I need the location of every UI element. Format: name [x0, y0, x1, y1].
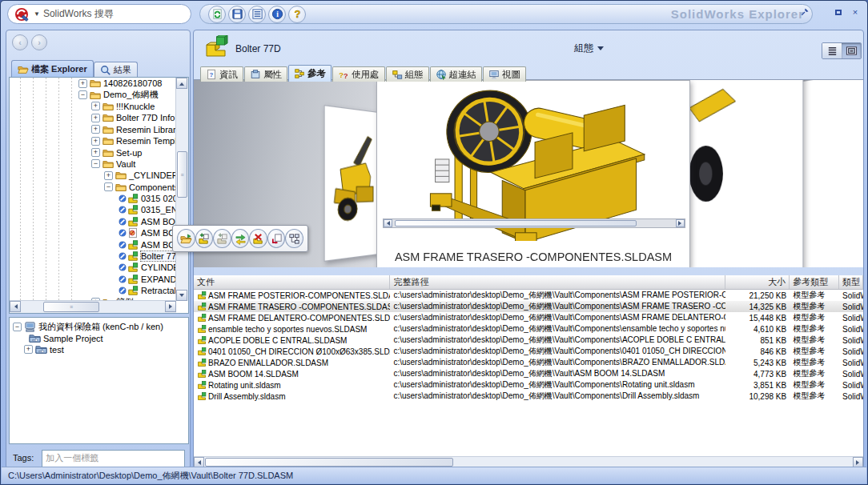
carousel-view-button[interactable]	[842, 43, 861, 58]
tree-item[interactable]: +!!!Knuckle	[10, 101, 176, 112]
column-header-3[interactable]: 參考類型	[790, 275, 839, 289]
preview-machine-center	[389, 81, 677, 241]
tree-expander-icon[interactable]: +	[91, 114, 100, 122]
tree-item[interactable]: +_CYLINDER GU	[10, 170, 176, 181]
table-row[interactable]: ASM FRAME POSTERIOR-COMPONENTES.SLDASMc:…	[194, 290, 863, 301]
tree-item[interactable]: Retractable E	[10, 285, 176, 296]
tab-2[interactable]: 參考	[288, 65, 332, 82]
tree-item[interactable]: ASM BO	[10, 227, 176, 238]
tree-expander-icon[interactable]: +	[91, 102, 100, 110]
add-doc-disabled-button[interactable]	[213, 229, 231, 248]
tab-1[interactable]: 屬性	[244, 66, 287, 82]
carousel-card-right-1[interactable]	[689, 79, 803, 267]
tree-item-label: 140826180708	[103, 78, 162, 88]
table-row[interactable]: Drill Assembly.sldasmc:\users\administra…	[194, 391, 863, 402]
table-row[interactable]: ensamble techo y soportes nuevos.SLDASMc…	[194, 323, 863, 335]
tree-item[interactable]: Bolter 77D	[10, 251, 176, 262]
tree-item[interactable]: +Bolter 77D Info	[10, 112, 176, 123]
tab-6[interactable]: 視圖	[483, 66, 526, 82]
tree-item[interactable]: +Resemin Library	[10, 124, 176, 135]
tree-item[interactable]: −Demo_佈網機	[10, 89, 176, 100]
table-row[interactable]: ACOPLE DOBLE C ENTRAL.SLDASMc:\users\adm…	[194, 335, 863, 346]
column-header-1[interactable]: 完整路徑	[390, 275, 725, 289]
move-button[interactable]	[267, 229, 286, 248]
column-header-4[interactable]: 類型	[839, 275, 863, 289]
delete-button[interactable]	[249, 229, 267, 248]
table-row[interactable]: ASM FRAME DELANTERO-COMPONENTES.SLDASMc:…	[194, 312, 863, 323]
tree-vertical-scrollbar[interactable]: ≡	[175, 78, 188, 301]
list-view-button[interactable]	[822, 43, 842, 58]
tree-expander-icon[interactable]: −	[13, 323, 22, 331]
tree-expander-icon[interactable]: +	[91, 125, 100, 134]
configuration-dropdown[interactable]: 組態	[574, 42, 604, 55]
table-row[interactable]: 0401 01050_CH DIRECCION Ø100xØ63x385.SLD…	[194, 346, 863, 357]
restore-button[interactable]	[833, 7, 844, 17]
table-row[interactable]: ASM BOOM 14.SLDASMc:\users\administrator…	[194, 368, 863, 379]
sidebar-tab-0[interactable]: 檔案 Explorer	[11, 60, 94, 78]
back-button[interactable]: ‹	[12, 34, 28, 50]
sidebar-tab-1[interactable]: 結果	[94, 62, 138, 78]
file-size: 21,250 KB	[725, 291, 790, 300]
pin-button[interactable]	[799, 7, 810, 17]
replace-button[interactable]	[231, 229, 250, 248]
tree-horizontal-scrollbar[interactable]: ≡	[10, 300, 176, 313]
references-button[interactable]	[285, 229, 303, 248]
close-button[interactable]: ×	[850, 7, 861, 17]
assembly-icon	[127, 193, 139, 204]
vault-root-item[interactable]: −我的資料保險箱 (kenC-nb / ken)	[10, 321, 188, 332]
search-placeholder-text[interactable]: SolidWorks 搜尋	[43, 7, 114, 21]
tree-expander-icon[interactable]: −	[78, 90, 87, 99]
table-row[interactable]: BRAZO ENMALLADOR.SLDASMc:\users\administ…	[194, 357, 863, 368]
tree-expander-icon[interactable]: −	[104, 182, 113, 191]
tree-expander-icon[interactable]: −	[91, 159, 100, 168]
tree-item[interactable]: 0315_ENSAM	[10, 204, 176, 215]
help-button[interactable]: ?	[288, 6, 306, 23]
tree-item[interactable]: −Vault	[10, 158, 176, 170]
tab-4[interactable]: 組態	[386, 66, 429, 82]
forward-button[interactable]: ›	[31, 34, 47, 50]
tab-used-icon: ??	[338, 69, 349, 80]
tree-item[interactable]: CYLINDER G	[10, 262, 176, 273]
tree-item[interactable]: EXPANDER	[10, 274, 176, 285]
column-header-0[interactable]: 文件	[194, 275, 390, 289]
search-dropdown-caret[interactable]: ▼	[34, 10, 40, 18]
vault-item[interactable]: Sample Project	[10, 332, 188, 343]
list-button[interactable]	[248, 6, 266, 23]
file-type: SolidWo	[839, 392, 863, 401]
vault-item[interactable]: +test	[10, 344, 188, 355]
column-header-2[interactable]: 大小	[725, 275, 790, 289]
info-button[interactable]: i	[268, 6, 286, 23]
tree-item-label: Set-up	[116, 148, 142, 158]
table-row[interactable]: ASM FRAME TRASERO -COMPONENTES.SLDASMc:\…	[194, 301, 863, 312]
tab-5[interactable]: 超連結	[430, 66, 483, 82]
carousel-scrollbar[interactable]	[383, 218, 685, 228]
sync-overlay-icon	[119, 218, 127, 226]
document-tabs: ?資訊屬性參考??使用處組態超連結視圖	[200, 65, 527, 82]
tree-item[interactable]: +Resemin Templates	[10, 135, 176, 146]
tree-expander-icon[interactable]: +	[78, 79, 87, 88]
tab-0[interactable]: ?資訊	[200, 66, 243, 82]
tree-expander-icon[interactable]: +	[91, 137, 100, 146]
minimize-button[interactable]	[816, 7, 827, 17]
carousel-card-center[interactable]: ASM FRAME TRASERO -COMPONENTES.SLDASM	[376, 80, 690, 267]
tree-item[interactable]: ASM BO	[10, 238, 176, 250]
assembly-icon	[127, 239, 139, 251]
tab-3[interactable]: ??使用處	[332, 66, 385, 82]
save-button[interactable]	[228, 6, 246, 23]
refresh-button[interactable]	[208, 6, 226, 23]
tree-item[interactable]: −Components	[10, 182, 176, 193]
tree-item[interactable]: ASM BOOM	[10, 216, 176, 227]
open-button[interactable]	[177, 229, 195, 248]
folder-icon	[115, 182, 127, 193]
file-name: ASM FRAME POSTERIOR-COMPONENTES.SLDASM	[208, 291, 390, 300]
tree-item[interactable]: +140826180708	[10, 78, 176, 89]
tree-item[interactable]: +Set-up	[10, 146, 176, 158]
tab-label: 超連結	[449, 69, 477, 81]
tree-expander-icon[interactable]: +	[91, 148, 100, 157]
tree-expander-icon[interactable]: +	[104, 171, 113, 180]
add-doc-button[interactable]	[195, 229, 214, 248]
tree-expander-icon[interactable]: +	[24, 345, 33, 354]
search-box[interactable]: ▼ SolidWorks 搜尋	[7, 4, 191, 24]
tree-item[interactable]: 0315 02005_	[10, 193, 176, 204]
table-row[interactable]: Rotating unit.sldasmc:\users\administrat…	[194, 379, 863, 391]
